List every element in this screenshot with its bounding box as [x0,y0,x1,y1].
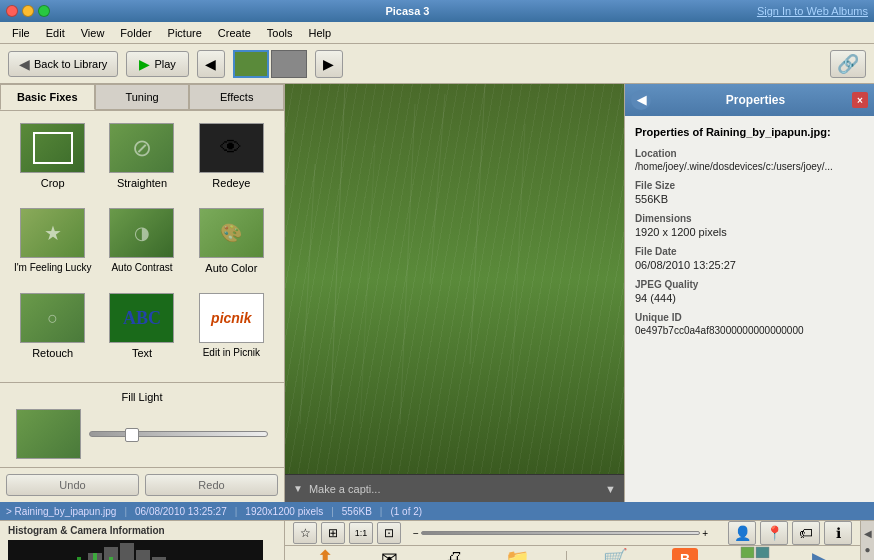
collage-button[interactable]: Collage [738,546,772,560]
sign-in-link[interactable]: Sign In to Web Albums [757,5,868,17]
svg-rect-40 [109,557,113,561]
status-dimensions: 1920x1200 pixels [245,506,323,517]
status-date: 06/08/2010 13:25:27 [135,506,227,517]
edit-tabs: Basic Fixes Tuning Effects [0,84,284,111]
play-icon: ▶ [139,56,150,72]
menu-folder[interactable]: Folder [112,25,159,41]
contrast-label: Auto Contrast [111,262,172,273]
image-area[interactable]: Zoomed to 100% × [285,84,624,474]
export-button[interactable]: 📁 Export [502,546,534,560]
fit-button[interactable]: ⊡ [377,522,401,544]
fill-light-slider-thumb[interactable] [125,428,139,442]
email-button[interactable]: ✉ Email [373,546,405,560]
color-thumbnail: 🎨 [199,208,264,258]
titlebar-buttons[interactable] [6,5,50,17]
grid-button[interactable]: ⊞ [321,522,345,544]
app-title: Picasa 3 [58,5,757,17]
info-button[interactable]: ℹ [824,521,852,545]
tool-color[interactable]: 🎨 Auto Color [191,208,272,285]
side-button-2[interactable]: ● [864,544,870,555]
close-button[interactable] [6,5,18,17]
menu-file[interactable]: File [4,25,38,41]
menubar: File Edit View Folder Picture Create Too… [0,22,874,44]
print-button[interactable]: 🖨 Print [438,546,470,560]
back-to-library-button[interactable]: ◀ Back to Library [8,51,118,77]
redo-button[interactable]: Redo [145,474,278,496]
maximize-button[interactable] [38,5,50,17]
upload-button[interactable]: ⬆ Upload [309,546,341,560]
person-button[interactable]: 👤 [728,521,756,545]
filesize-label: File Size [635,180,864,191]
zoom-slider[interactable] [421,531,700,535]
svg-line-3 [510,124,525,424]
uid-label: Unique ID [635,312,864,323]
picnik-label: Edit in Picnik [203,347,260,358]
side-button-1[interactable]: ◀ [864,528,872,539]
retouch-label: Retouch [32,347,73,359]
tab-basic-fixes[interactable]: Basic Fixes [0,84,95,110]
menu-view[interactable]: View [73,25,113,41]
filesize-value: 556KB [635,193,864,205]
tool-redeye[interactable]: 👁 Redeye [191,123,272,200]
main-toolbar: ◀ Back to Library ▶ Play ◀ ▶ 🔗 [0,44,874,84]
tab-effects[interactable]: Effects [189,84,284,110]
properties-filename: Properties of Raining_by_ipapun.jpg: [635,126,864,138]
next-button[interactable]: ▶ [315,50,343,78]
tool-picnik[interactable]: picnik Edit in Picnik [191,293,272,370]
tool-retouch[interactable]: ○ Retouch [12,293,93,370]
tool-lucky[interactable]: ★ I'm Feeling Lucky [12,208,93,285]
more-button[interactable]: ▶ More... [804,546,836,560]
blog-button[interactable]: B BlogThis! [664,546,706,560]
tab-tuning[interactable]: Tuning [95,84,190,110]
text-label: Text [132,347,152,359]
prev-button[interactable]: ◀ [197,50,225,78]
back-label: Back to Library [34,58,107,70]
main-layout: Basic Fixes Tuning Effects Crop ⊘ Straig… [0,84,874,502]
zoom-minus-icon: − [413,528,419,539]
shop-button[interactable]: 🛒 Shop [599,546,631,560]
left-panel: Basic Fixes Tuning Effects Crop ⊘ Straig… [0,84,285,502]
location-label: Location [635,148,864,159]
tool-contrast[interactable]: ◑ Auto Contrast [101,208,182,285]
svg-rect-14 [120,543,134,561]
property-uid: Unique ID 0e497b7cc0a4af8300000000000000… [635,312,864,336]
menu-create[interactable]: Create [210,25,259,41]
filedate-label: File Date [635,246,864,257]
menu-help[interactable]: Help [301,25,340,41]
tag-button[interactable]: 🏷 [792,521,820,545]
blog-icon: B [669,546,701,560]
star-button[interactable]: ☆ [293,522,317,544]
dimensions-value: 1920 x 1200 pixels [635,226,864,238]
lucky-label: I'm Feeling Lucky [14,262,92,273]
properties-close-button[interactable]: × [852,92,868,108]
caption-expand-icon[interactable]: ▼ [293,483,303,494]
tools-grid: Crop ⊘ Straighten 👁 Redeye ★ [0,111,284,382]
properties-back-button[interactable]: ◀ [631,90,651,110]
svg-rect-16 [152,557,166,561]
upload-icon: ⬆ [309,546,341,560]
share-button[interactable]: 🔗 [830,50,866,78]
filmstrip-thumb-1[interactable] [233,50,269,78]
tool-straighten[interactable]: ⊘ Straighten [101,123,182,200]
caption-text[interactable]: Make a capti... [309,483,381,495]
zoom-plus-icon: + [702,528,708,539]
jpeg-label: JPEG Quality [635,279,864,290]
fill-light-thumbnail [16,409,81,459]
menu-tools[interactable]: Tools [259,25,301,41]
filmstrip-thumb-2[interactable] [271,50,307,78]
tool-text[interactable]: ABC Text [101,293,182,370]
status-bar: > Raining_by_ipapun.jpg | 06/08/2010 13:… [0,502,874,520]
uid-value: 0e497b7cc0a4af83000000000000000 [635,325,864,336]
menu-edit[interactable]: Edit [38,25,73,41]
fill-light-slider[interactable] [89,431,268,437]
play-button[interactable]: ▶ Play [126,51,188,77]
undo-button[interactable]: Undo [6,474,139,496]
minimize-button[interactable] [22,5,34,17]
svg-line-2 [470,84,485,364]
caption-scroll-icon[interactable]: ▼ [605,483,616,495]
more-icon: ▶ [804,546,836,560]
menu-picture[interactable]: Picture [160,25,210,41]
original-size-button[interactable]: 1:1 [349,522,373,544]
location-button[interactable]: 📍 [760,521,788,545]
tool-crop[interactable]: Crop [12,123,93,200]
